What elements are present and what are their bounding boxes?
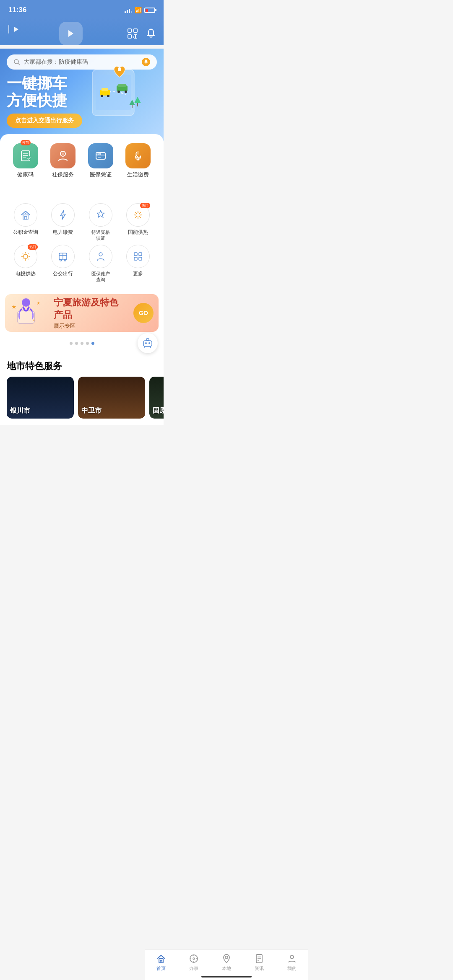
gengduo-label: 更多 xyxy=(133,271,143,277)
jiankangma-icon xyxy=(19,149,32,163)
yibao-label: 医保凭证 xyxy=(90,171,112,178)
guoneng-hot-badge: 热门 xyxy=(140,203,150,208)
quick-icons-section: 疫苗 健康码 社保服务 xyxy=(0,134,164,191)
svg-point-76 xyxy=(148,342,150,344)
banner-go-button[interactable]: GO xyxy=(133,303,154,323)
service-gengduo[interactable]: 更多 xyxy=(121,245,156,283)
service-diantou[interactable]: 热门 xyxy=(8,245,43,283)
service-guoneng[interactable]: 热门 xyxy=(121,203,156,241)
service-gongjijin[interactable]: + 公积金查询 xyxy=(8,203,43,241)
diantou-circle: 热门 xyxy=(14,245,37,268)
hero-banner: 大家都在搜：防疫健康码 一键挪车 方便快捷 点击进入交通出行服务 xyxy=(0,49,164,141)
city-card-yinchuan[interactable]: 银川市 xyxy=(7,377,74,419)
chatbot-icon xyxy=(142,337,154,349)
svg-line-46 xyxy=(135,212,136,213)
quick-icon-shenghuo[interactable]: 生活缴费 xyxy=(121,143,155,178)
city-card-zhongwei[interactable]: 中卫市 xyxy=(78,377,145,419)
divider-1 xyxy=(7,193,157,193)
city-card-guyuan[interactable]: 固原市 xyxy=(149,377,164,419)
quick-icon-shebao[interactable]: 社保服务 xyxy=(46,143,80,178)
svg-point-69 xyxy=(22,298,30,307)
lightning-icon xyxy=(57,209,69,221)
svg-line-55 xyxy=(23,253,23,254)
service-grid-section: + 公积金查询 电力缴费 xyxy=(0,200,164,287)
svg-rect-39 xyxy=(24,217,27,219)
bell-button[interactable] xyxy=(145,28,157,39)
shenghuo-icon-bg xyxy=(125,143,151,168)
media-play-icon xyxy=(14,27,18,32)
battery-icon xyxy=(144,8,155,13)
quick-icon-yibao[interactable]: 3145 医保凭证 xyxy=(84,143,117,178)
daiyou-label: 待遇资格认证 xyxy=(91,229,110,241)
quick-icon-jiankangma[interactable]: 疫苗 健康码 xyxy=(9,143,42,178)
search-icon xyxy=(13,59,20,65)
svg-rect-77 xyxy=(146,339,149,341)
svg-rect-0 xyxy=(128,29,131,32)
carousel-dots xyxy=(70,339,94,348)
status-icons: 📶 xyxy=(125,7,155,13)
svg-line-47 xyxy=(140,217,141,218)
yinchuan-bg: 银川市 xyxy=(7,377,74,419)
bell-icon xyxy=(146,28,156,39)
banner-illustration: ★ ★ ★ xyxy=(5,296,47,330)
hero-cta-button[interactable]: 点击进入交通出行服务 xyxy=(7,114,82,128)
svg-rect-68 xyxy=(139,257,142,260)
svg-point-63 xyxy=(64,259,66,261)
banner-text-content: 宁夏旅游及特色产品 展示专区 xyxy=(47,294,133,332)
service-dianli[interactable]: 电力缴费 xyxy=(46,203,81,241)
wifi-icon: 📶 xyxy=(135,7,142,13)
arrow-right-icon xyxy=(68,30,73,37)
promo-carousel: ★ ★ ★ 宁夏旅游及特色产品 展示专区 GO xyxy=(0,294,164,352)
svg-line-58 xyxy=(23,259,23,259)
service-gongjiao[interactable]: 公交出行 xyxy=(46,245,81,283)
grid-icon xyxy=(132,251,144,262)
chatbot-button[interactable] xyxy=(138,333,158,353)
jiankangma-badge: 疫苗 xyxy=(21,140,31,145)
shebao-label: 社保服务 xyxy=(52,171,74,178)
svg-text:+: + xyxy=(25,212,26,215)
svg-point-75 xyxy=(145,342,147,344)
daiyou-circle xyxy=(89,203,112,227)
sun-icon xyxy=(132,209,144,221)
diantou-hot-badge: 热门 xyxy=(28,244,38,250)
bus-icon xyxy=(57,251,69,262)
gengduo-circle xyxy=(126,245,150,268)
zhongwei-bg: 中卫市 xyxy=(78,377,145,419)
svg-rect-66 xyxy=(139,253,142,256)
forward-arrow-button[interactable] xyxy=(59,22,83,45)
svg-text:★: ★ xyxy=(36,301,40,305)
svg-rect-1 xyxy=(134,29,137,32)
gongjiao-label: 公交出行 xyxy=(53,271,73,277)
dianli-label: 电力缴费 xyxy=(53,229,73,236)
person-medical-icon xyxy=(95,251,107,262)
status-bar: 11:36 📶 xyxy=(0,0,164,18)
city-cards-row: 银川市 中卫市 固原市 xyxy=(0,377,164,425)
gongjijin-circle: + xyxy=(14,203,37,227)
svg-line-48 xyxy=(140,212,141,213)
svg-rect-74 xyxy=(143,341,152,346)
svg-rect-38 xyxy=(23,215,28,219)
service-grid-row2: 热门 xyxy=(5,245,159,283)
service-yibaozhanghu[interactable]: 医保账户查询 xyxy=(83,245,118,283)
shenghuo-label: 生活缴费 xyxy=(127,171,149,178)
service-daiyou[interactable]: 待遇资格认证 xyxy=(83,203,118,241)
svg-point-33 xyxy=(62,153,64,155)
zhongwei-label: 中卫市 xyxy=(81,406,102,415)
jiankangma-label: 健康码 xyxy=(17,171,34,178)
banner-subtitle: 展示专区 xyxy=(54,322,127,330)
promo-banner[interactable]: ★ ★ ★ 宁夏旅游及特色产品 展示专区 GO xyxy=(5,294,159,332)
svg-line-9 xyxy=(18,63,20,65)
guoneng-label: 国能供热 xyxy=(128,229,148,236)
svg-rect-2 xyxy=(128,35,131,38)
sun2-icon xyxy=(20,251,31,262)
dot-3 xyxy=(81,342,83,345)
svg-line-49 xyxy=(135,217,136,218)
status-time: 11:36 xyxy=(8,6,26,14)
scan-button[interactable] xyxy=(127,28,138,39)
svg-text:3145: 3145 xyxy=(96,153,101,155)
svg-rect-73 xyxy=(18,311,34,323)
banner-person-svg: ★ ★ ★ xyxy=(7,296,45,330)
svg-line-57 xyxy=(28,253,29,254)
media-pipe xyxy=(8,25,9,34)
quick-icons-row: 疫苗 健康码 社保服务 xyxy=(3,143,160,178)
